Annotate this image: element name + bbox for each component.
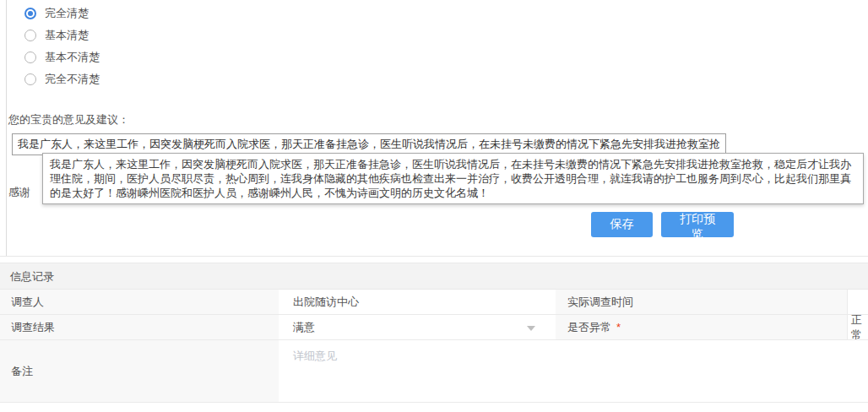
actual-survey-time-value[interactable] [847, 290, 868, 315]
surveyor-label: 调查人 [0, 290, 279, 315]
is-abnormal-value[interactable]: 正常 [847, 315, 868, 340]
radio-option-label: 基本不清楚 [45, 50, 100, 65]
radio-option-completely-unclear[interactable]: 完全不清楚 [24, 72, 100, 87]
survey-result-selected-value: 满意 [293, 320, 315, 335]
remark-label: 备注 [0, 340, 279, 403]
radio-option-basically-clear[interactable]: 基本清楚 [24, 28, 89, 43]
radio-icon[interactable] [24, 30, 36, 41]
required-asterisk: * [616, 321, 621, 333]
info-record-section-title: 信息记录 [0, 263, 868, 290]
survey-page: 完全清楚 基本清楚 基本不清楚 完全不清楚 您的宝贵的意见及建议： 感谢 我是广… [0, 0, 868, 412]
radio-option-label: 完全清楚 [45, 6, 89, 21]
radio-icon[interactable] [24, 8, 36, 19]
remark-placeholder: 详细意见 [293, 349, 337, 364]
radio-icon[interactable] [24, 73, 36, 85]
survey-result-label: 调查结果 [0, 315, 279, 340]
section-divider [0, 256, 868, 257]
survey-result-select[interactable]: 满意 [279, 315, 556, 340]
radio-option-label: 完全不清楚 [45, 72, 100, 87]
suggestion-tooltip: 我是广东人，来这里工作，因突发脑梗死而入院求医，那天正准备挂急诊，医生听说我情况… [42, 153, 864, 204]
thanks-text-partial: 感谢 [8, 185, 30, 200]
print-preview-button[interactable]: 打印预览 [661, 212, 734, 237]
chevron-down-icon[interactable] [527, 326, 535, 331]
actual-survey-time-label: 实际调查时间 [556, 290, 847, 315]
save-button[interactable]: 保存 [591, 212, 653, 237]
panel-left-border [6, 0, 7, 256]
is-abnormal-label: 是否异常 * [556, 315, 847, 340]
suggestion-field-label: 您的宝贵的意见及建议： [8, 112, 129, 127]
surveyor-value: 出院随访中心 [279, 290, 556, 315]
radio-option-completely-clear[interactable]: 完全清楚 [24, 6, 89, 21]
radio-icon[interactable] [24, 52, 36, 63]
radio-option-label: 基本清楚 [45, 28, 89, 43]
radio-option-basically-unclear[interactable]: 基本不清楚 [24, 50, 100, 65]
remark-textarea[interactable]: 详细意见 [279, 340, 868, 403]
is-abnormal-label-text: 是否异常 [567, 320, 611, 335]
